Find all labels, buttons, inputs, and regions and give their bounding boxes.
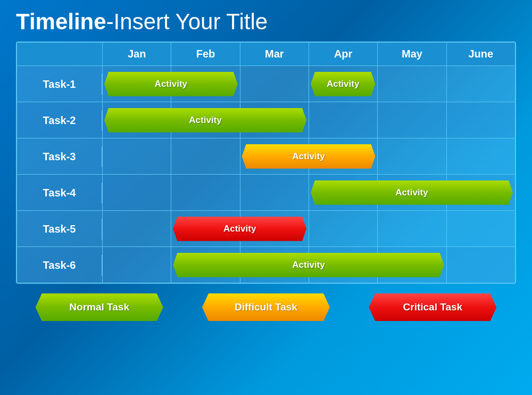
gantt-body: Task-1ActivityActivityTask-2ActivityTask…	[17, 65, 515, 283]
bar-0-1: Activity	[311, 72, 375, 96]
task-label-2: Task-3	[17, 146, 102, 167]
title-bold: Timeline	[16, 9, 106, 34]
bar-5-0: Activity	[173, 253, 444, 277]
legend-normal-task: Normal Task	[36, 293, 163, 321]
gantt-row-0: Task-1ActivityActivity	[17, 65, 515, 102]
bar-3-0: Activity	[311, 180, 513, 205]
cell-0-4	[377, 66, 446, 102]
cell-1-3	[309, 102, 377, 138]
header-col-june: June	[446, 43, 515, 65]
legend-difficult-task: Difficult Task	[202, 293, 330, 321]
header-col-may: May	[377, 43, 446, 65]
cell-4-3	[309, 211, 377, 247]
legend-critical-task: Critical Task	[369, 293, 496, 321]
gantt-row-3: Task-4Activity	[17, 174, 515, 210]
header-col-feb: Feb	[171, 43, 239, 65]
gantt-row-4: Task-5Activity	[17, 210, 515, 246]
gantt-row-2: Task-3Activity	[17, 138, 515, 174]
gantt-row-1: Task-2Activity	[17, 102, 515, 138]
cell-2-1	[171, 138, 239, 175]
cell-0-5	[446, 66, 515, 102]
cell-3-2	[240, 175, 309, 211]
page-title: Timeline-Insert Your Title	[16, 10, 516, 34]
header-col-jan: Jan	[102, 43, 171, 65]
gantt-chart: Jan Feb Mar Apr May June Task-1ActivityA…	[16, 42, 516, 284]
task-label-4: Task-5	[17, 219, 102, 240]
task-label-0: Task-1	[17, 74, 102, 95]
cell-1-4	[377, 102, 446, 138]
cell-5-0	[102, 247, 171, 283]
cell-2-0	[102, 138, 171, 175]
cell-4-4	[377, 211, 446, 247]
legend-area: Normal Task Difficult Task Critical Task	[16, 293, 516, 321]
bar-4-0: Activity	[173, 217, 306, 241]
cell-4-5	[446, 211, 515, 247]
bar-0-0: Activity	[104, 72, 238, 96]
task-label-5: Task-6	[17, 255, 102, 276]
task-label-3: Task-4	[17, 183, 102, 203]
cell-1-5	[446, 102, 515, 138]
header-col-mar: Mar	[240, 43, 309, 65]
cell-2-5	[446, 138, 515, 175]
cell-2-4	[377, 138, 446, 175]
bar-1-0: Activity	[104, 108, 306, 133]
title-area: Timeline-Insert Your Title	[16, 10, 516, 34]
gantt-row-5: Task-6Activity	[17, 246, 515, 283]
title-rest: -Insert Your Title	[106, 9, 268, 34]
cell-5-5	[446, 247, 515, 283]
bar-2-0: Activity	[242, 144, 376, 169]
cell-3-0	[102, 175, 171, 211]
header-col-0	[17, 43, 102, 65]
header-col-apr: Apr	[309, 43, 377, 65]
cell-4-0	[102, 211, 171, 247]
cell-0-2	[240, 66, 309, 102]
cell-3-1	[171, 175, 239, 211]
gantt-header: Jan Feb Mar Apr May June	[17, 43, 515, 65]
task-label-1: Task-2	[17, 110, 102, 131]
